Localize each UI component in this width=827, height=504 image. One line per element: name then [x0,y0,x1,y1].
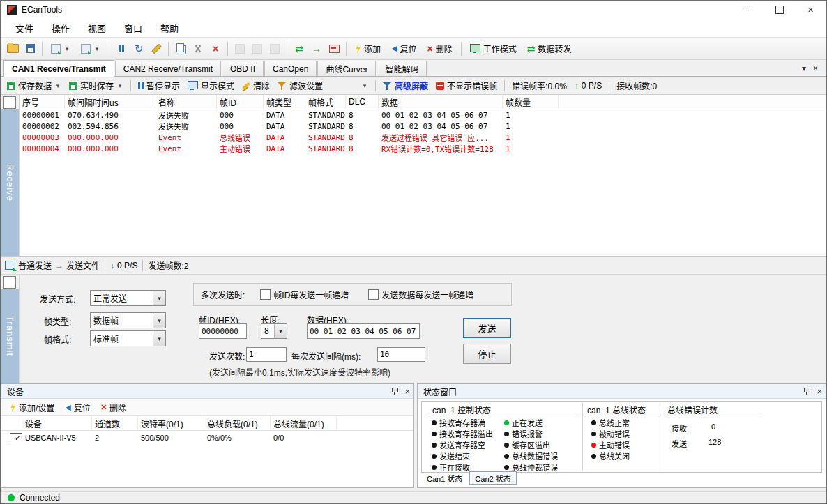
tab-list-dropdown-icon[interactable]: ▾ [802,63,806,73]
tab-can1-status[interactable]: Can1 状态 [422,472,467,484]
advanced-mask-button[interactable]: 高级屏蔽 [381,78,430,93]
tab-close-icon[interactable]: × [813,63,818,73]
frame-id-input[interactable] [199,323,247,339]
tab-curver[interactable]: 曲线Curver [317,61,376,76]
panel-close-icon[interactable]: × [817,387,822,396]
table-cell: 1 [503,122,559,131]
refresh-button[interactable]: ↻ [131,41,146,56]
export-dropdown-button[interactable]: ▾ [47,41,75,56]
frame-format-select[interactable]: 标准帧 ▾ [90,330,166,346]
menu-operate[interactable]: 操作 [43,19,79,37]
table-cell: RX错误计数=0,TX错误计数=128 [379,143,503,154]
select-all-box[interactable] [3,96,16,109]
device-add-button[interactable]: 添加/设置 [6,399,59,415]
delete-button[interactable]: ×删除 [423,41,457,56]
status-label: 总线仲裁错误 [512,461,558,473]
blue-arrow-icon: → [55,261,63,270]
pin-icon[interactable] [390,387,399,396]
tab-smart-decode[interactable]: 智能解码 [377,61,427,76]
column-header[interactable]: 名称 [155,95,217,109]
tab-can2-receive-transmit[interactable]: CAN2 Receive/Transmit [115,61,221,76]
transmit-strip-band[interactable]: Transmit [1,289,19,383]
tab-canopen[interactable]: CanOpen [264,61,317,76]
clear-button[interactable]: 清除 [240,78,272,93]
table-row[interactable]: 00000002002.594.856发送失败000DATASTANDARD80… [20,121,826,132]
open-button[interactable] [5,41,20,56]
device-reset-button[interactable]: ◀复位 [61,399,94,415]
column-header[interactable]: 设备 [22,416,92,430]
cut-disabled-button[interactable] [232,41,248,56]
stop-button[interactable]: 停止 [463,344,511,364]
tab-obd2[interactable]: OBD II [222,61,264,76]
table-row-error[interactable]: 00000004000.000.000Event主动错误DATASTANDARD… [20,143,826,154]
device-checkbox[interactable]: ✓ [10,433,22,443]
realtime-save-button[interactable]: 实时保存▾ [67,78,126,93]
send-times-input[interactable] [246,347,287,362]
filter-settings-dropdown[interactable]: 滤波设置▾ [275,78,370,93]
menu-window[interactable]: 窗口 [115,19,151,37]
data-forward-button[interactable]: ⇄数据转发 [523,41,576,56]
import-icon [81,44,91,54]
receive-strip-band[interactable]: Receive [1,109,19,256]
swap-button[interactable]: ⇄ [291,41,307,56]
reset-button[interactable]: ◀复位 [387,41,420,56]
interval-input[interactable] [377,347,425,362]
edit-button[interactable] [149,41,164,56]
column-header[interactable]: 帧ID [217,95,264,109]
pause-display-button[interactable]: 暂停显示 [136,78,182,93]
send-mode-select[interactable]: 正常发送 ▾ [90,290,166,306]
select-all-box[interactable] [3,276,16,289]
column-header[interactable]: 数据 [379,95,503,109]
minimize-button[interactable] [732,1,764,19]
panel-close-icon[interactable]: × [404,387,410,396]
copy-button[interactable] [173,41,188,56]
display-mode-button[interactable]: 显示模式 [185,78,236,93]
forward-button[interactable]: → [309,41,324,56]
table-row[interactable]: 00000001070.634.490发送失败000DATASTANDARD80… [20,109,826,121]
hide-error-frames-button[interactable]: 不显示错误帧 [434,78,499,93]
chevron-down-icon: ▾ [153,313,165,328]
tab-can2-status[interactable]: Can2 状态 [469,471,516,485]
paste-disabled-button[interactable] [267,41,282,56]
save-data-button[interactable]: 保存数据▾ [5,78,63,93]
column-header[interactable]: DLC [346,95,379,109]
menu-file[interactable]: 文件 [6,19,43,37]
send-button[interactable]: 发送 [463,318,511,338]
length-select[interactable]: 8 ▾ [261,323,287,339]
column-header[interactable]: 帧类型 [264,95,305,109]
save-button[interactable] [22,41,38,56]
increment-id-checkbox[interactable] [260,289,271,300]
add-button[interactable]: 添加 [351,41,385,56]
menu-view[interactable]: 视图 [79,19,115,37]
import-dropdown-button[interactable]: ▾ [77,41,105,56]
increment-data-checkbox[interactable] [368,289,379,300]
device-row[interactable]: ✓ USBCAN-II-V5 2 500/500 0%/0% 0/0 [1,431,414,445]
maximize-button[interactable] [764,1,795,19]
close-button[interactable]: × [795,1,826,19]
column-header[interactable]: 帧格式 [305,95,346,109]
stop-display-button[interactable] [326,41,342,56]
column-header[interactable]: 波特率(0/1) [138,416,204,430]
column-header[interactable]: 总线负载(0/1) [204,416,271,430]
normal-send-button[interactable]: 普通发送 [5,259,52,271]
table-row-error[interactable]: 00000003000.000.000Event总线错误DATASTANDARD… [20,132,826,143]
column-header[interactable]: 序号 [20,95,65,109]
pin-icon[interactable] [803,387,811,396]
transmit-panel: Transmit 发送方式: 正常发送 ▾ 多次发送时: 帧ID每发送一帧递增 … [1,275,826,383]
copy-disabled-button[interactable] [250,41,265,56]
menu-help[interactable]: 帮助 [151,19,188,37]
frame-type-select[interactable]: 数据帧 ▾ [90,312,166,328]
pause-button[interactable] [114,41,129,56]
column-header[interactable]: 通道数 [92,416,138,430]
column-header[interactable]: 帧数量 [503,95,559,109]
tab-can1-receive-transmit[interactable]: CAN1 Receive/Transmit [3,60,114,77]
data-hex-input[interactable] [307,323,420,339]
send-file-button[interactable]: →发送文件 [55,259,100,271]
column-header[interactable]: 总线流量(0/1) [271,416,337,430]
remove-button[interactable]: × [208,41,223,56]
cut-button[interactable] [190,41,206,56]
device-delete-button[interactable]: ×删除 [97,399,130,415]
column-header[interactable]: 帧间隔时间us [65,95,155,109]
maximize-icon [775,6,784,14]
work-mode-button[interactable]: 工作模式 [466,41,521,56]
